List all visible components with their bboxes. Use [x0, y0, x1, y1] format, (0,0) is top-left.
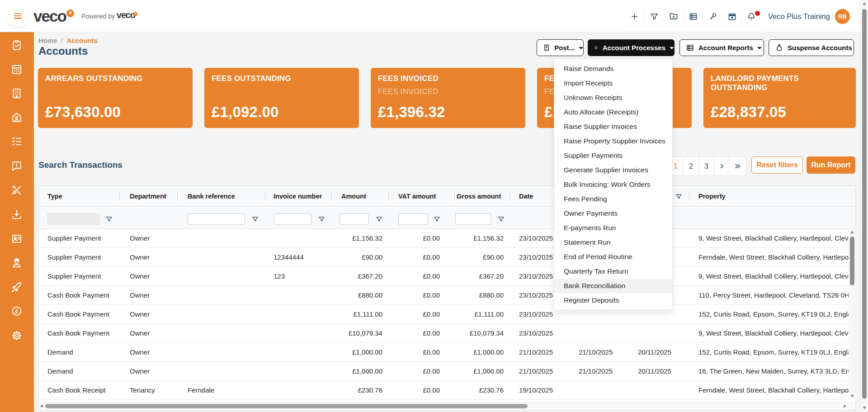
svg-text:£: £ — [15, 308, 19, 315]
